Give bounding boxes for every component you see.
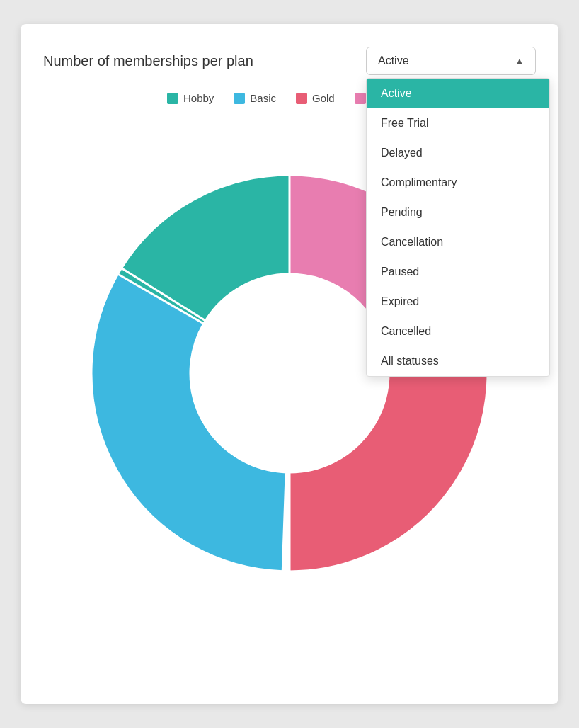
legend-item: Gold	[296, 92, 335, 104]
dropdown-item[interactable]: Pending	[367, 198, 549, 227]
dropdown-item[interactable]: Active	[367, 79, 549, 108]
header-row: Number of memberships per plan Active ▲ …	[43, 47, 536, 75]
dropdown-item[interactable]: Free Trial	[367, 108, 549, 138]
chart-title: Number of memberships per plan	[43, 53, 253, 69]
chevron-up-icon: ▲	[515, 56, 524, 66]
legend-label: Hobby	[183, 92, 214, 104]
dropdown-item[interactable]: Delayed	[367, 138, 549, 168]
main-card: Number of memberships per plan Active ▲ …	[21, 24, 558, 704]
dropdown-item[interactable]: Cancelled	[367, 317, 549, 346]
legend-color-swatch	[234, 93, 245, 104]
dropdown-item[interactable]: Paused	[367, 257, 549, 287]
legend-color-swatch	[296, 93, 307, 104]
dropdown-wrapper: Active ▲ ActiveFree TrialDelayedComplime…	[366, 47, 536, 75]
dropdown-item[interactable]: Complimentary	[367, 168, 549, 198]
legend-label: Basic	[250, 92, 276, 104]
legend-label: Gold	[312, 92, 335, 104]
status-dropdown-button[interactable]: Active ▲	[366, 47, 536, 75]
legend-item: Basic	[234, 92, 276, 104]
dropdown-item[interactable]: Cancellation	[367, 227, 549, 257]
dropdown-menu: ActiveFree TrialDelayedComplimentaryPend…	[366, 78, 550, 377]
legend-color-swatch	[355, 93, 366, 104]
dropdown-item[interactable]: Expired	[367, 287, 549, 317]
legend-item: Hobby	[167, 92, 214, 104]
legend-color-swatch	[167, 93, 178, 104]
dropdown-selected-label: Active	[378, 55, 409, 67]
dropdown-item[interactable]: All statuses	[367, 346, 549, 376]
donut-segment	[91, 274, 286, 571]
